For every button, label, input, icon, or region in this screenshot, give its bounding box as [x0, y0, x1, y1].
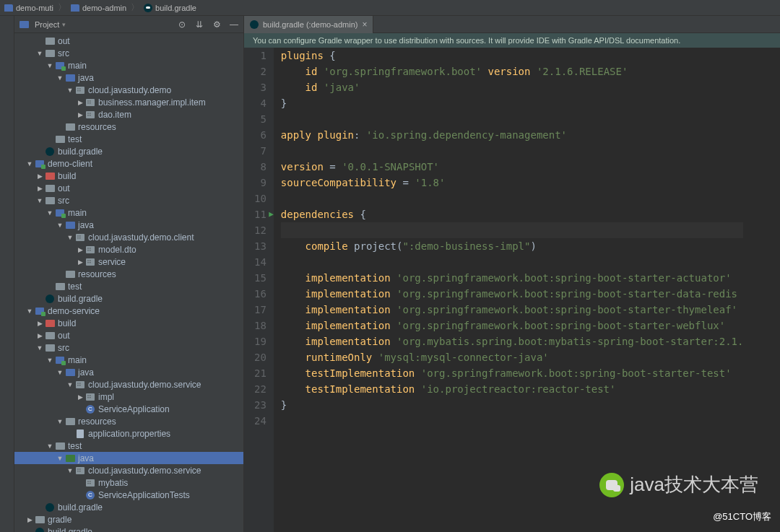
tree-item[interactable]: mybatis	[14, 476, 243, 489]
tree-item[interactable]: ▶service	[14, 256, 243, 268]
tree-item[interactable]: build.gradle	[14, 145, 243, 157]
gradle-icon	[250, 20, 259, 29]
tree-item[interactable]: ▼main	[14, 206, 243, 219]
tree-item[interactable]: build.gradle	[14, 526, 243, 532]
breadcrumb-item[interactable]: demo-muti	[4, 4, 53, 12]
close-icon[interactable]: ×	[362, 19, 367, 30]
tree-item[interactable]: test	[14, 280, 243, 292]
tree-item[interactable]: ▼java	[14, 71, 243, 84]
tree-item[interactable]: ▼java	[14, 219, 243, 231]
tree-item[interactable]: ▶model.dto	[14, 243, 243, 256]
tree-item[interactable]: ▼java	[14, 452, 243, 464]
sidebar-title: Project	[35, 20, 59, 29]
line-gutter: 1234567891011▶12131415161718192021222324	[244, 48, 274, 532]
target-icon[interactable]: ⊙	[177, 19, 187, 30]
tree-item[interactable]: ▶business.manager.impl.item	[14, 96, 243, 108]
tree-item[interactable]: ▼test	[14, 440, 243, 452]
tree-item[interactable]: ▼src	[14, 47, 243, 59]
tree-item[interactable]: ▼resources	[14, 415, 243, 427]
tree-item[interactable]: ▶impl	[14, 391, 243, 403]
tree-item[interactable]: ▼src	[14, 194, 243, 206]
tree-item[interactable]: application.properties	[14, 427, 243, 440]
tree-item[interactable]: resources	[14, 121, 243, 133]
tree-item[interactable]: ▼main	[14, 354, 243, 366]
project-tree[interactable]: out▼src▼main▼java▼cloud.javastudy.demo▶b…	[14, 33, 243, 532]
tree-item[interactable]: ▼demo-client	[14, 157, 243, 170]
tab-build-gradle[interactable]: build.gradle (:demo-admin) ×	[244, 16, 373, 33]
tree-item[interactable]: ▶gradle	[14, 513, 243, 526]
tree-item[interactable]: ▼cloud.javastudy.demo.service	[14, 378, 243, 391]
main-panel: Project ▾ ⊙ ⇊ ⚙ — out▼src▼main▼java▼clou…	[0, 16, 780, 532]
tree-item[interactable]: resources	[14, 268, 243, 280]
tree-item[interactable]: CServiceApplication	[14, 403, 243, 415]
collapse-icon[interactable]: ⇊	[194, 19, 204, 30]
left-tool-strip[interactable]	[0, 16, 14, 532]
tree-item[interactable]: CServiceApplicationTests	[14, 489, 243, 501]
project-sidebar: Project ▾ ⊙ ⇊ ⚙ — out▼src▼main▼java▼clou…	[14, 16, 244, 532]
gradle-banner[interactable]: You can configure Gradle wrapper to use …	[244, 33, 780, 48]
breadcrumb-item[interactable]: demo-admin	[71, 4, 126, 12]
code-editor[interactable]: 1234567891011▶12131415161718192021222324…	[244, 48, 780, 532]
sidebar-header: Project ▾ ⊙ ⇊ ⚙ —	[14, 16, 243, 33]
tree-item[interactable]: test	[14, 133, 243, 145]
code-content[interactable]: plugins { id 'org.springframework.boot' …	[274, 48, 744, 532]
tree-item[interactable]: ▶build	[14, 317, 243, 329]
tree-item[interactable]: ▶out	[14, 182, 243, 194]
tree-item[interactable]: ▼main	[14, 59, 243, 71]
tree-item[interactable]: ▶dao.item	[14, 108, 243, 121]
tree-item[interactable]: ▼java	[14, 366, 243, 378]
tree-item[interactable]: build.gradle	[14, 292, 243, 305]
tree-item[interactable]: ▶out	[14, 329, 243, 341]
tree-item[interactable]: ▼demo-service	[14, 305, 243, 317]
tree-item[interactable]: ▶build	[14, 170, 243, 182]
breadcrumb-item[interactable]: build.gradle	[144, 4, 196, 12]
tree-item[interactable]: ▼cloud.javastudy.demo.service	[14, 464, 243, 476]
tree-item[interactable]: ▼src	[14, 341, 243, 354]
gear-icon[interactable]: ⚙	[212, 19, 222, 30]
tree-item[interactable]: build.gradle	[14, 501, 243, 513]
tree-item[interactable]: ▼cloud.javastudy.demo	[14, 84, 243, 96]
tree-item[interactable]: out	[14, 35, 243, 47]
tree-item[interactable]: ▼cloud.javastudy.demo.client	[14, 231, 243, 243]
tab-label: build.gradle (:demo-admin)	[263, 20, 358, 29]
editor-tabs: build.gradle (:demo-admin) ×	[244, 16, 780, 33]
hide-icon[interactable]: —	[229, 19, 239, 30]
editor-area: build.gradle (:demo-admin) × You can con…	[244, 16, 780, 532]
breadcrumb: demo-muti〉demo-admin〉build.gradle	[0, 0, 780, 16]
